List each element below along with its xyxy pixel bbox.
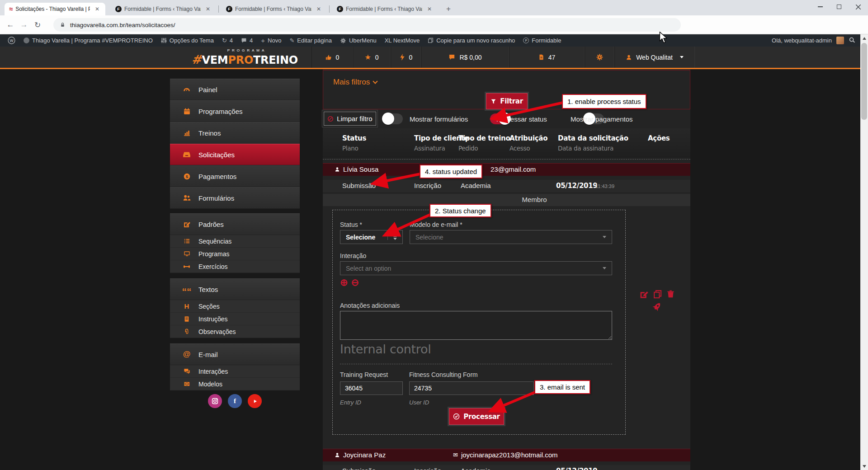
show-forms-toggle[interactable] [383, 113, 403, 124]
tab-solicitacoes[interactable]: ≈ Solicitações - Thiago Varella | Pro ✕ [5, 3, 105, 15]
window-close-button[interactable] [849, 0, 867, 14]
likes-counter[interactable]: 0 [311, 47, 353, 68]
theme-options-menu[interactable]: Opções do Tema [157, 34, 218, 47]
minimize-icon [818, 6, 823, 7]
back-icon[interactable]: ← [4, 20, 17, 29]
add-remove-buttons[interactable]: ⊕⊖ [340, 277, 362, 288]
money-counter[interactable]: R$ 0,00 [421, 47, 509, 68]
training-request-input[interactable] [340, 381, 403, 395]
row1-time: 11:43:39 [595, 183, 614, 189]
stars-counter[interactable]: ★ 0 [353, 47, 391, 68]
tab-close-icon[interactable]: ✕ [426, 6, 433, 12]
callout-status-change: 2. Status change [429, 204, 491, 217]
sidebar-item-programas[interactable]: Programas [170, 248, 300, 260]
comments-menu[interactable]: 4 [237, 34, 257, 47]
heading-icon: H [182, 302, 192, 310]
new-tab-button[interactable]: + [443, 4, 454, 14]
scroll-up-button[interactable] [860, 34, 868, 42]
page-scrollbar[interactable] [860, 34, 868, 470]
tab-title: Formidable | Forms ‹ Thiago Vare [124, 6, 201, 12]
admin-avatar[interactable] [836, 37, 844, 44]
status-select[interactable]: Selecione [340, 230, 403, 244]
sidebar-item-exercicios[interactable]: Exercícios [170, 260, 300, 273]
clear-filter-button[interactable]: Limpar filtro [324, 112, 376, 126]
site-logo[interactable]: PROGRAMA #VEMPROTREINO [188, 47, 301, 68]
duplicate-action-icon[interactable] [653, 290, 662, 299]
sidebar-item-secoes[interactable]: H Seções [170, 300, 300, 313]
admin-search-icon[interactable] [849, 37, 855, 45]
window-minimize-button[interactable] [811, 0, 829, 14]
process-button[interactable]: Processar [449, 408, 504, 425]
nextmove-menu[interactable]: XL NextMove [381, 34, 424, 47]
interaction-label: Interação [340, 252, 366, 259]
edit-page-menu[interactable]: ✎ Editar página [285, 34, 336, 47]
tab-formidable-1[interactable]: F Formidable | Forms ‹ Thiago Vare ✕ [111, 3, 216, 15]
notes-textarea[interactable] [340, 311, 612, 340]
delete-action-icon[interactable] [666, 290, 675, 298]
row2-name-band[interactable]: Joycinara Paz ✉ joycinarapaz2013@hotmail… [323, 449, 690, 461]
reload-icon[interactable]: ↻ [31, 20, 44, 30]
user-menu[interactable]: Web Qualitat [614, 47, 695, 68]
scroll-down-button[interactable] [860, 462, 868, 470]
forward-icon[interactable]: → [17, 20, 31, 29]
more-filters-toggle[interactable]: Mais filtros [333, 78, 377, 87]
admin-greeting[interactable]: Olá, webqualitat-admin [772, 37, 832, 44]
chat-bubble-icon [448, 54, 455, 61]
formidable-menu[interactable]: F Formidable [519, 34, 565, 47]
facebook-icon[interactable]: f [228, 394, 242, 408]
sidebar-item-instrucoes[interactable]: Instruções [170, 313, 300, 325]
quote-icon: ““ [182, 285, 192, 294]
sidebar-item-padroes[interactable]: Padrões [170, 213, 300, 235]
tab-close-icon[interactable]: ✕ [204, 6, 212, 12]
row1-name: Lívia Sousa [335, 165, 378, 173]
sidebar-item-painel[interactable]: Painel [170, 79, 300, 100]
edit-action-icon[interactable] [639, 290, 649, 299]
tab-close-icon[interactable]: ✕ [315, 6, 322, 12]
sidebar-item-interacoes[interactable]: Interações [170, 365, 300, 378]
row1-member: Membro [509, 196, 559, 203]
instagram-icon[interactable] [208, 394, 222, 408]
sidebar-item-email[interactable]: @ E-mail [170, 343, 300, 365]
tab-formidable-2[interactable]: F Formidable | Forms ‹ Thiago Vare ✕ [222, 3, 327, 15]
callout-enable-process-status: 1. enable process status [562, 94, 646, 109]
wp-logo-menu[interactable]: W [4, 34, 19, 47]
sidebar-item-textos[interactable]: ““ Textos [170, 278, 300, 300]
screenshot-root: ≈ Solicitações - Thiago Varella | Pro ✕ … [0, 0, 868, 470]
sidebar-item-observacoes[interactable]: Observações [170, 325, 300, 338]
documents-counter[interactable]: 47 [509, 47, 585, 68]
scrollbar-thumb[interactable] [861, 43, 867, 120]
row1-member-row: Membro [323, 194, 690, 206]
sidebar-item-modelos[interactable]: ✉ Modelos [170, 378, 300, 390]
sidebar-item-pagamentos[interactable]: $ Pagamentos [170, 165, 300, 187]
filter-button[interactable]: Filtrar [486, 93, 528, 109]
rocket-action-icon[interactable] [651, 301, 662, 312]
tab-close-icon[interactable]: ✕ [94, 6, 101, 12]
new-content-menu[interactable]: + Novo [257, 34, 285, 47]
formidable-favicon: F [115, 6, 122, 12]
svg-text:$: $ [185, 174, 188, 179]
youtube-icon[interactable] [248, 394, 262, 408]
tab-formidable-3[interactable]: F Formidable | Forms ‹ Thiago Vare ✕ [332, 3, 438, 15]
sidebar-item-formularios[interactable]: Formulários [170, 187, 300, 209]
update-icon: ↻ [222, 37, 227, 44]
site-menu[interactable]: Thiago Varella | Programa #VEMPROTREINO [19, 34, 157, 47]
copy-draft-menu[interactable]: Copie para um novo rascunho [424, 34, 519, 47]
consulting-form-input[interactable] [409, 381, 534, 395]
internal-control-title: Internal control [340, 342, 431, 356]
sidebar-item-treinos[interactable]: Treinos [170, 122, 300, 144]
ubermenu-menu[interactable]: UberMenu [336, 34, 381, 47]
row2-training-type: Academia [461, 467, 491, 470]
sidebar-item-programacoes[interactable]: Programações [170, 100, 300, 122]
energy-counter[interactable]: 0 [391, 47, 421, 68]
row1-name-band[interactable]: Lívia Sousa 23@gmail.com [323, 163, 690, 176]
sidebar-item-sequencias[interactable]: Sequências [170, 235, 300, 248]
address-bar[interactable]: thiagovarella.com.br/team/solicitacoes/ [53, 18, 681, 32]
email-model-select[interactable]: Selecione [410, 230, 612, 244]
window-maximize-button[interactable] [830, 0, 848, 14]
updates-menu[interactable]: ↻ 4 [218, 34, 237, 47]
sidebar-item-solicitacoes[interactable]: Solicitações [170, 144, 300, 165]
settings-button[interactable] [585, 47, 614, 68]
interaction-select[interactable]: Select an option [340, 261, 612, 275]
dashed-separator [323, 159, 690, 160]
funnel-icon [491, 99, 496, 104]
